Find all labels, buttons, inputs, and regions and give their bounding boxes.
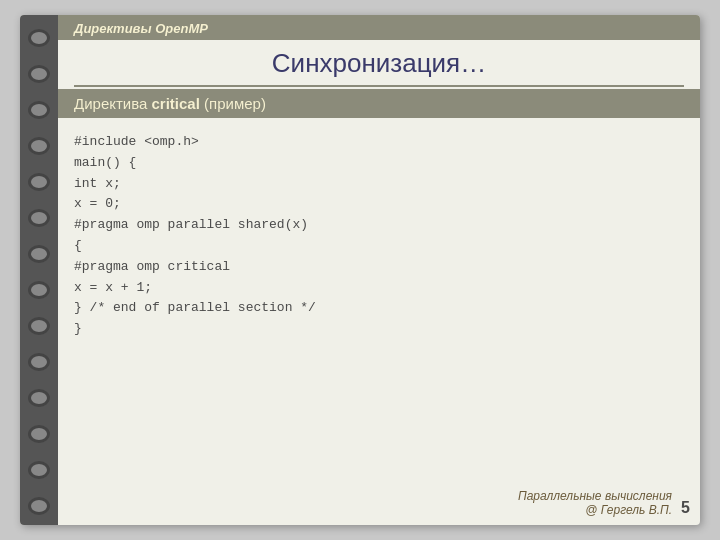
spiral-ring	[28, 353, 50, 371]
code-block: #include <omp.h>main() { int x; x = 0; #…	[58, 118, 700, 483]
code-line: int x;	[74, 174, 684, 195]
section-heading-suffix: (пример)	[200, 95, 266, 112]
code-line: } /* end of parallel section */	[74, 298, 684, 319]
code-line: main() {	[74, 153, 684, 174]
slide-content: Директивы OpenMP Синхронизация… Директив…	[58, 15, 700, 525]
section-heading-prefix: Директива	[74, 95, 152, 112]
code-line: x = x + 1;	[74, 278, 684, 299]
code-line: #include <omp.h>	[74, 132, 684, 153]
spiral-ring	[28, 173, 50, 191]
spiral-ring	[28, 497, 50, 515]
section-heading: Директива critical (пример)	[58, 89, 700, 118]
code-line: #pragma omp parallel shared(x)	[74, 215, 684, 236]
code-line: }	[74, 319, 684, 340]
spiral-ring	[28, 29, 50, 47]
spiral-ring	[28, 65, 50, 83]
subtitle: Директивы OpenMP	[74, 21, 684, 36]
spiral-ring	[28, 425, 50, 443]
spiral-binding	[20, 15, 58, 525]
spiral-ring	[28, 209, 50, 227]
footer-line1: Параллельные вычисления	[58, 489, 672, 503]
code-line: x = 0;	[74, 194, 684, 215]
page-number: 5	[681, 499, 690, 517]
separator	[74, 85, 684, 87]
spiral-ring	[28, 461, 50, 479]
spiral-ring	[28, 389, 50, 407]
slide-title: Синхронизация…	[58, 40, 700, 85]
code-line: #pragma omp critical	[74, 257, 684, 278]
spiral-ring	[28, 245, 50, 263]
spiral-ring	[28, 281, 50, 299]
spiral-ring	[28, 317, 50, 335]
header-bar: Директивы OpenMP	[58, 15, 700, 40]
section-heading-bold: critical	[152, 95, 200, 112]
spiral-ring	[28, 137, 50, 155]
footer-line2: @ Гергель В.П.	[58, 503, 672, 517]
spiral-ring	[28, 101, 50, 119]
code-line: {	[74, 236, 684, 257]
slide: Директивы OpenMP Синхронизация… Директив…	[20, 15, 700, 525]
footer: Параллельные вычисления @ Гергель В.П.	[58, 483, 700, 525]
